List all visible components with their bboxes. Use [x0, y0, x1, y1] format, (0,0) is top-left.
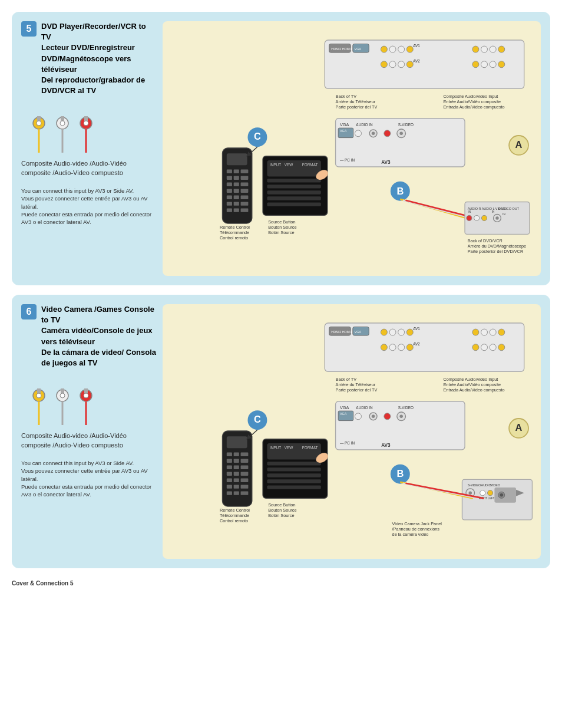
svg-rect-201 — [227, 453, 232, 456]
svg-rect-87 — [234, 183, 239, 186]
svg-rect-227 — [267, 462, 320, 465]
svg-rect-93 — [234, 195, 239, 199]
svg-point-167 — [372, 415, 375, 418]
svg-text:FORMAT: FORMAT — [302, 163, 318, 167]
svg-rect-92 — [227, 195, 232, 199]
section-5-note: You can connect this input by AV3 or Sid… — [21, 187, 157, 226]
dvd-cable-svg — [27, 111, 98, 156]
svg-point-24 — [398, 61, 405, 68]
svg-rect-207 — [227, 466, 232, 469]
svg-point-148 — [490, 329, 496, 335]
svg-text:HDMI2 HDMI1: HDMI2 HDMI1 — [331, 330, 352, 334]
section-5-panel: 5 DVD Player/Recorder/VCR to TV Lecteur … — [12, 12, 550, 285]
svg-point-150 — [472, 344, 479, 351]
svg-text:Arrière du Téléviseur: Arrière du Téléviseur — [336, 99, 376, 104]
svg-rect-126 — [84, 388, 88, 393]
svg-point-8 — [84, 121, 88, 126]
svg-rect-86 — [227, 183, 232, 186]
svg-text:Remote Control: Remote Control — [220, 508, 250, 513]
svg-text:Remote Control: Remote Control — [220, 225, 250, 230]
svg-point-184 — [480, 490, 485, 496]
svg-text:Entrada Audio/Video compuesto: Entrada Audio/Video compuesto — [444, 104, 505, 110]
svg-point-136 — [381, 329, 387, 335]
svg-rect-83 — [227, 176, 232, 180]
svg-rect-203 — [241, 453, 249, 456]
section-6-number: 6 — [21, 304, 37, 319]
svg-rect-202 — [234, 453, 239, 456]
svg-rect-205 — [234, 459, 239, 463]
svg-rect-204 — [227, 459, 232, 463]
svg-text:VGA: VGA — [355, 47, 362, 51]
svg-point-48 — [372, 132, 375, 135]
svg-text:AUDIO IN: AUDIO IN — [356, 123, 373, 127]
svg-text:S-VIDEO: S-VIDEO — [398, 406, 414, 410]
svg-rect-210 — [227, 472, 232, 476]
svg-text:Botón Source: Botón Source — [268, 513, 294, 518]
camera-cable-svg — [27, 384, 98, 428]
svg-rect-209 — [241, 466, 249, 469]
svg-point-139 — [406, 329, 413, 335]
svg-text:C: C — [254, 131, 261, 141]
svg-text:Parte posterior del TV: Parte posterior del TV — [336, 387, 378, 393]
svg-rect-214 — [234, 478, 239, 482]
svg-rect-90 — [234, 189, 239, 193]
section-6-left: 6 Video Camera /Games Console to TV Camé… — [21, 304, 157, 559]
svg-text:Parte posterior del TV: Parte posterior del TV — [336, 104, 378, 110]
svg-text:Source Button: Source Button — [268, 502, 295, 508]
svg-rect-231 — [267, 485, 320, 489]
section-6-title: Video Camera /Games Console to TV Caméra… — [41, 304, 157, 368]
section-6-subtitle: Composite Audio-video /Audio-Vidéo compo… — [21, 431, 157, 450]
svg-rect-208 — [234, 466, 239, 469]
svg-text:B: B — [396, 468, 404, 479]
svg-rect-229 — [267, 473, 320, 477]
section-6-device-illustration — [27, 384, 157, 429]
svg-rect-106 — [267, 179, 320, 182]
svg-text:Télécommande: Télécommande — [220, 230, 249, 235]
svg-text:VGA: VGA — [355, 330, 362, 334]
svg-text:VGA: VGA — [340, 129, 347, 133]
svg-rect-107 — [267, 185, 320, 188]
svg-text:AV2: AV2 — [413, 59, 420, 63]
svg-rect-217 — [234, 485, 239, 488]
svg-text:Control remoto: Control remoto — [220, 519, 248, 524]
svg-point-71 — [495, 216, 498, 219]
svg-rect-81 — [234, 170, 239, 173]
svg-rect-95 — [227, 202, 232, 205]
svg-point-141 — [381, 344, 387, 351]
svg-point-147 — [481, 329, 488, 335]
svg-text:Parte posterior del DVD/VCR: Parte posterior del DVD/VCR — [468, 249, 523, 254]
svg-rect-99 — [234, 208, 239, 212]
svg-point-52 — [399, 132, 402, 135]
section-5-title: DVD Player/Recorder/VCR to TV Lecteur DV… — [41, 21, 157, 96]
svg-point-46 — [355, 130, 361, 137]
svg-text:A: A — [515, 139, 523, 150]
svg-rect-98 — [227, 208, 232, 212]
svg-point-143 — [398, 344, 405, 351]
svg-rect-120 — [37, 388, 41, 393]
svg-rect-100 — [241, 208, 249, 212]
section-6-note: You can connect this input by AV3 or Sid… — [21, 459, 157, 498]
svg-text:S VIDEO OUT: S VIDEO OUT — [498, 207, 520, 210]
svg-rect-230 — [267, 479, 320, 483]
svg-point-165 — [355, 413, 361, 420]
svg-rect-84 — [234, 176, 239, 180]
svg-rect-96 — [234, 202, 239, 205]
svg-rect-91 — [241, 189, 249, 193]
svg-point-30 — [498, 46, 505, 52]
svg-text:INPUT: INPUT — [270, 163, 281, 167]
svg-point-20 — [406, 46, 413, 52]
svg-point-32 — [481, 61, 488, 68]
svg-rect-82 — [241, 170, 249, 173]
svg-text:IN: IN — [503, 213, 505, 216]
svg-text:HDMI2 HDMI1: HDMI2 HDMI1 — [331, 47, 352, 51]
svg-point-142 — [389, 344, 396, 351]
svg-text:Télécommande: Télécommande — [220, 513, 249, 518]
svg-rect-79 — [227, 153, 247, 165]
svg-text:AV2: AV2 — [413, 342, 420, 346]
svg-point-121 — [37, 393, 41, 398]
svg-text:AV3: AV3 — [381, 160, 391, 165]
section-5-subtitle: Composite Audio-video /Audio-Vidéo compo… — [21, 159, 157, 177]
section-6-diagram: HDMI2 HDMI1 VGA AV1 AV2 — [163, 304, 541, 559]
svg-text:AUDIO IN: AUDIO IN — [356, 406, 373, 410]
svg-text:VGA: VGA — [340, 412, 347, 416]
